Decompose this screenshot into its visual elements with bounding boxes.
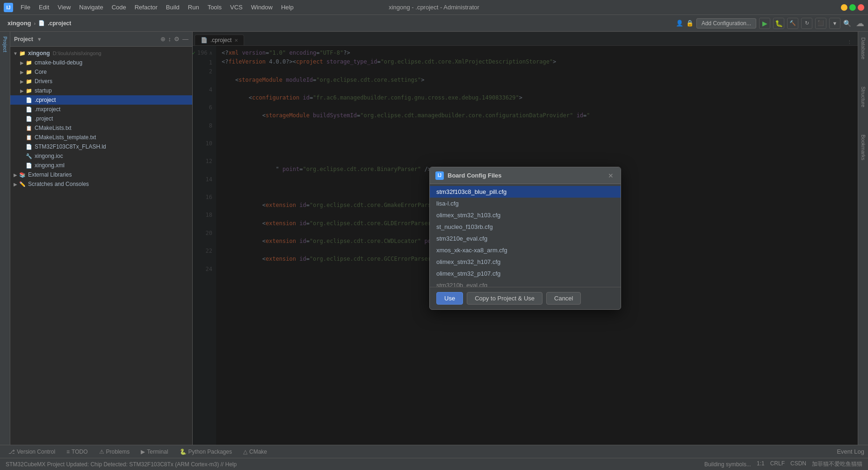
tree-item-startup[interactable]: ▶ 📁 startup [10,86,192,95]
menu-code[interactable]: Code [108,2,130,13]
minimize-button[interactable] [841,4,847,11]
tree-item-core[interactable]: ▶ 📁 Core [10,67,192,77]
tree-item-external-libraries[interactable]: ▶ 📚 External Libraries [10,170,192,179]
dialog-file-list: stm32f103c8_blue_pill.cfg lisa-l.cfg oli… [430,184,621,287]
dialog-list-item-6[interactable]: olimex_stm32_h107.cfg [430,256,621,268]
menu-bar: File Edit View Navigate Code Refactor Bu… [17,2,297,13]
project-panel: Project ▼ ⊕ ↕ ⚙ — ▼ 📁 xingong D:\loulu\s… [10,32,193,445]
dialog-header: IJ Board Config Files ✕ [430,167,621,184]
tree-item-xml[interactable]: ▶ 📄 xingong.xml [10,161,192,170]
menu-vcs[interactable]: VCS [226,2,246,13]
event-log-link[interactable]: Event Log [837,448,864,455]
status-message: STM32CubeMX Project Updated: Chip Detect… [6,461,699,468]
dialog-list-item-0[interactable]: stm32f103c8_blue_pill.cfg [430,186,621,198]
profile-icon[interactable]: 👤 [676,20,683,27]
database-tab[interactable]: Database [860,34,867,63]
window-controls [841,4,864,11]
modal-overlay: IJ Board Config Files ✕ stm32f103c8_blue… [193,32,858,445]
project-panel-header: Project ▼ ⊕ ↕ ⚙ — [10,32,192,47]
cancel-button[interactable]: Cancel [546,292,581,305]
dialog-list-item-2[interactable]: olimex_stm32_h103.cfg [430,209,621,221]
menu-window[interactable]: Window [247,2,276,13]
bookmarks-tab[interactable]: Bookmarks [860,131,867,164]
menu-navigate[interactable]: Navigate [75,2,107,13]
tree-item-drivers[interactable]: ▶ 📁 Drivers [10,77,192,86]
tree-item-project[interactable]: ▶ 📄 .project [10,114,192,123]
cmake-tab[interactable]: △ CMake [239,447,272,456]
board-config-dialog: IJ Board Config Files ✕ stm32f103c8_blue… [429,167,621,310]
tree-item-ioc[interactable]: ▶ 🔧 xingong.ioc [10,151,192,161]
window-title: xingong - .cproject - Administrator [389,4,479,11]
tree-item-mxproject[interactable]: ▶ 📄 .mxproject [10,105,192,114]
menu-tools[interactable]: Tools [204,2,225,13]
tree-item-cmakelists[interactable]: ▶ 📋 CMakeLists.txt [10,123,192,133]
tree-item-cmake-build-debug[interactable]: ▶ 📁 cmake-build-debug [10,58,192,67]
menu-file[interactable]: File [17,2,34,13]
app-icon: IJ [4,3,13,12]
user-tag: 加菲猫不爱吃鱼猫猫 [812,460,862,468]
menu-build[interactable]: Build [162,2,183,13]
dialog-list-item-3[interactable]: st_nucleo_f103rb.cfg [430,221,621,233]
tree-item-scratches[interactable]: ▶ ✏️ Scratches and Consoles [10,179,192,189]
menu-view[interactable]: View [54,2,74,13]
rerun-button[interactable]: ↻ [801,18,812,29]
dialog-close-button[interactable]: ✕ [607,171,615,180]
tree-item-flash-ld[interactable]: ▶ 📄 STM32F103C8Tx_FLASH.ld [10,142,192,151]
dialog-list-item-4[interactable]: stm3210e_eval.cfg [430,233,621,244]
todo-icon: ≡ [66,449,70,455]
status-bar: STM32CubeMX Project Updated: Chip Detect… [0,458,868,470]
maximize-button[interactable] [849,4,856,11]
terminal-tab[interactable]: ▶ Terminal [136,447,173,456]
python-packages-tab[interactable]: 🐍 Python Packages [175,447,237,456]
project-panel-actions: ⊕ ↕ ⚙ — [160,36,189,43]
copy-to-project-button[interactable]: Copy to Project & Use [467,292,542,305]
status-building: Building symbols... [704,461,751,468]
project-tree: ▼ 📁 xingong D:\loulu\shisi\xingong ▶ 📁 c… [10,47,192,445]
right-sidebar: Database Structure Bookmarks [858,32,868,445]
project-panel-title: Project [14,36,33,43]
menu-refactor[interactable]: Refactor [131,2,161,13]
version-control-tab[interactable]: ⎇ Version Control [4,447,60,456]
menu-edit[interactable]: Edit [35,2,53,13]
lock-icon[interactable]: 🔒 [686,20,694,27]
run-button[interactable]: ▶ [759,18,770,29]
cursor-position: 1:1 [757,460,765,468]
collapse-all-icon[interactable]: ↕ [168,36,172,43]
tree-root[interactable]: ▼ 📁 xingong D:\loulu\shisi\xingong [10,49,192,58]
dialog-list-item-7[interactable]: olimex_stm32_p107.cfg [430,268,621,279]
dialog-list-item-5[interactable]: xmos_xk-xac-xa8_arm.cfg [430,244,621,256]
line-ending: CRLF [770,460,785,468]
panel-settings-icon[interactable]: ⚙ [174,36,180,43]
dialog-footer: Use Copy to Project & Use Cancel [430,287,621,309]
problems-icon: ⚠ [99,449,104,455]
status-right-info: 1:1 CRLF CSDN 加菲猫不爱吃鱼猫猫 [757,460,862,468]
dialog-app-icon: IJ [435,171,444,180]
project-panel-toggle[interactable]: Project [1,34,8,55]
python-icon: 🐍 [180,449,187,455]
close-button[interactable] [858,4,864,11]
stop-button[interactable]: ⬛ [815,18,826,29]
structure-tab[interactable]: Structure [860,83,867,111]
encoding-info: CSDN [790,460,806,468]
config-dropdown[interactable]: ▼ [829,18,840,29]
build-button[interactable]: 🔨 [787,18,798,29]
menu-help[interactable]: Help [277,2,297,13]
project-name-display: xingong › 📄 .cproject [4,20,75,27]
problems-tab[interactable]: ⚠ Problems [94,447,135,456]
use-button[interactable]: Use [436,292,463,305]
dialog-list-item-8[interactable]: stm3210b_eval.cfg [430,279,621,287]
locate-file-icon[interactable]: ⊕ [160,36,166,43]
menu-run[interactable]: Run [184,2,203,13]
close-panel-icon[interactable]: — [182,36,188,43]
debug-button[interactable]: 🐛 [773,18,784,29]
left-sidebar-icons: Project [0,32,10,445]
dialog-list-item-1[interactable]: lisa-l.cfg [430,198,621,209]
add-configuration-button[interactable]: Add Configuration... [696,18,756,28]
tree-item-cmakelists-template[interactable]: ▶ 📋 CMakeLists_template.txt [10,133,192,142]
tree-item-cproject[interactable]: ▶ 📄 .cproject [10,95,192,105]
title-bar: IJ File Edit View Navigate Code Refactor… [0,0,868,15]
todo-tab[interactable]: ≡ TODO [62,447,92,456]
upload-button[interactable]: ☁ [856,18,864,28]
search-everywhere-icon[interactable]: 🔍 [843,20,851,27]
cmake-icon: △ [243,449,247,455]
